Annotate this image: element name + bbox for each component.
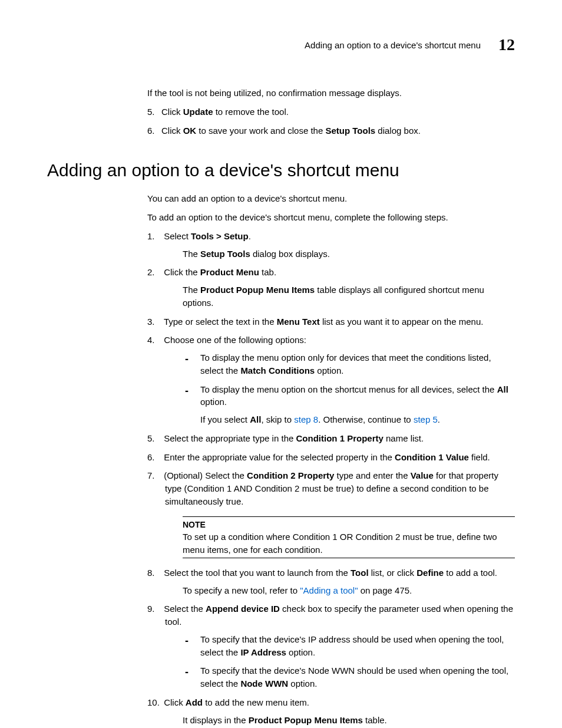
list-item: Click Update to remove the tool. [147,106,515,118]
page-header: Adding an option to a device's shortcut … [47,35,515,54]
main-steps-list: Select Tools > Setup. The Setup Tools di… [147,230,515,728]
intro-line: If the tool is not being utilized, no co… [147,87,515,100]
list-item: Select the tool that you want to launch … [147,566,515,597]
document-page: Adding an option to a device's shortcut … [0,0,562,728]
list-item: Select the Append device ID check box to… [147,602,515,690]
list-item: To display the menu option only for devi… [183,351,515,377]
link-step5[interactable]: step 5 [414,414,438,424]
content-body: If the tool is not being utilized, no co… [147,87,515,137]
list-item: To specify that the device's Node WWN sh… [183,664,515,690]
list-item: Choose one of the following options: To … [147,334,515,426]
list-item: (Optional) Select the Condition 2 Proper… [147,469,515,558]
link-step8[interactable]: step 8 [294,414,318,424]
list-item: To specify that the device's IP address … [183,633,515,659]
list-item: Select Tools > Setup. The Setup Tools di… [147,230,515,261]
header-title: Adding an option to a device's shortcut … [305,40,481,50]
list-item: Click Add to add the new menu item. It d… [147,696,515,728]
link-adding-a-tool[interactable]: "Adding a tool" [300,585,358,595]
list-item: Click the Product Menu tab. The Product … [147,266,515,309]
list-item: To display the menu option on the shortc… [183,383,515,426]
section-intro-2: To add an option to the device's shortcu… [147,211,515,224]
note-label: NOTE [183,520,206,529]
section-intro-1: You can add an option to a device's shor… [147,192,515,205]
section-heading: Adding an option to a device's shortcut … [47,160,515,180]
list-item: Enter the appropriate value for the sele… [147,451,515,464]
header-chapter-number: 12 [498,35,515,54]
list-item: Type or select the text in the Menu Text… [147,315,515,328]
note-block: NOTE To set up a condition where Conditi… [183,516,515,558]
continuing-steps-list: Click Update to remove the tool. Click O… [147,106,515,137]
append-id-dash-list: To specify that the device's IP address … [183,633,515,690]
list-item: Click OK to save your work and close the… [147,124,515,137]
options-dash-list: To display the menu option only for devi… [183,351,515,426]
section-body: You can add an option to a device's shor… [147,192,515,728]
list-item: Select the appropriate type in the Condi… [147,432,515,445]
